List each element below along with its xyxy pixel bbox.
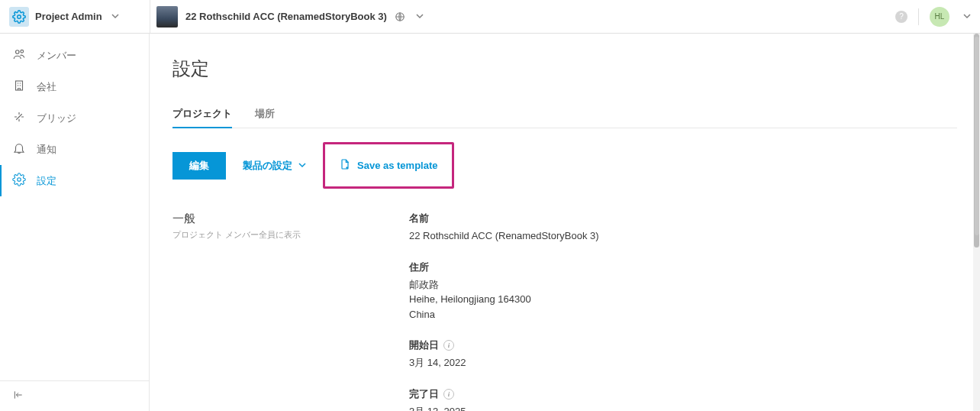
start-date-value: 3月 14, 2022 bbox=[409, 355, 599, 371]
general-section-header: 一般 プロジェクト メンバー全員に表示 bbox=[172, 212, 363, 411]
sidebar-collapse[interactable] bbox=[0, 380, 149, 411]
bell-icon bbox=[12, 141, 26, 157]
field-name: 名前 22 Rothschild ACC (RenamedStoryBook 3… bbox=[409, 212, 599, 244]
sidebar-item-label: 設定 bbox=[37, 174, 56, 188]
project-picker[interactable]: 22 Rothschild ACC (RenamedStoryBook 3) bbox=[150, 0, 424, 33]
field-end-date: 完了日 i 3月 13, 2025 bbox=[409, 387, 599, 412]
company-icon bbox=[12, 79, 26, 95]
save-as-template-label: Save as template bbox=[357, 160, 438, 171]
project-thumbnail bbox=[156, 6, 178, 28]
start-date-label-text: 開始日 bbox=[409, 338, 439, 352]
name-value: 22 Rothschild ACC (RenamedStoryBook 3) bbox=[409, 228, 599, 244]
settings-body: 一般 プロジェクト メンバー全員に表示 名前 22 Rothschild ACC… bbox=[172, 212, 957, 411]
svg-point-5 bbox=[18, 178, 21, 182]
actions-row: 編集 製品の設定 Save as template bbox=[172, 142, 957, 189]
gear-icon bbox=[12, 173, 26, 189]
address-line1: 邮政路 bbox=[409, 277, 599, 293]
members-icon bbox=[12, 47, 26, 63]
project-name: 22 Rothschild ACC (RenamedStoryBook 3) bbox=[185, 11, 387, 22]
tabs: プロジェクト 場所 bbox=[172, 101, 957, 128]
sidebar-item-notifications[interactable]: 通知 bbox=[0, 134, 149, 165]
svg-point-3 bbox=[21, 50, 24, 53]
fields-column: 名前 22 Rothschild ACC (RenamedStoryBook 3… bbox=[409, 212, 599, 411]
sidebar-item-bridge[interactable]: ブリッジ bbox=[0, 102, 149, 134]
sidebar-item-label: 通知 bbox=[37, 143, 56, 157]
sidebar-item-label: メンバー bbox=[37, 49, 76, 63]
info-icon[interactable]: i bbox=[443, 389, 454, 400]
field-address: 住所 邮政路 Heihe, Heilongjiang 164300 China bbox=[409, 261, 599, 322]
bridge-icon bbox=[12, 110, 26, 126]
topbar-right: ? HL bbox=[895, 7, 971, 27]
collapse-icon bbox=[12, 389, 24, 401]
tab-project[interactable]: プロジェクト bbox=[172, 101, 232, 128]
chevron-down-icon bbox=[111, 11, 119, 22]
sidebar-item-label: ブリッジ bbox=[37, 112, 76, 125]
topbar: Project Admin 22 Rothschild ACC (Renamed… bbox=[0, 0, 980, 34]
end-date-value: 3月 13, 2025 bbox=[409, 404, 599, 412]
sidebar-item-label: 会社 bbox=[37, 80, 56, 94]
page-title: 設定 bbox=[172, 57, 957, 81]
sidebar-item-members[interactable]: メンバー bbox=[0, 40, 149, 71]
sidebar-list: メンバー 会社 ブリッジ 通知 bbox=[0, 34, 149, 380]
sidebar-item-settings[interactable]: 設定 bbox=[0, 165, 149, 196]
app-label: Project Admin bbox=[35, 11, 102, 22]
address-value: 邮政路 Heihe, Heilongjiang 164300 China bbox=[409, 277, 599, 322]
content: 設定 プロジェクト 場所 編集 製品の設定 Save as template bbox=[150, 34, 980, 411]
sidebar-item-company[interactable]: 会社 bbox=[0, 71, 149, 102]
info-icon[interactable]: i bbox=[443, 340, 454, 351]
chevron-down-icon bbox=[298, 160, 306, 171]
field-start-date: 開始日 i 3月 14, 2022 bbox=[409, 338, 599, 371]
start-date-label: 開始日 i bbox=[409, 338, 599, 352]
product-settings-button[interactable]: 製品の設定 bbox=[240, 153, 309, 179]
sidebar: メンバー 会社 ブリッジ 通知 bbox=[0, 34, 150, 411]
chevron-down-icon bbox=[416, 11, 424, 22]
highlight-annotation: Save as template bbox=[323, 142, 454, 189]
svg-point-2 bbox=[16, 50, 20, 54]
svg-point-0 bbox=[18, 15, 21, 18]
name-label: 名前 bbox=[409, 212, 599, 225]
end-date-label: 完了日 i bbox=[409, 387, 599, 401]
product-settings-label: 製品の設定 bbox=[243, 159, 292, 173]
save-as-template-button[interactable]: Save as template bbox=[336, 152, 441, 179]
address-line2: Heihe, Heilongjiang 164300 bbox=[409, 292, 599, 307]
main: メンバー 会社 ブリッジ 通知 bbox=[0, 34, 980, 411]
chevron-down-icon[interactable] bbox=[963, 11, 971, 22]
file-plus-icon bbox=[339, 158, 351, 173]
tab-location[interactable]: 場所 bbox=[255, 101, 275, 128]
address-label: 住所 bbox=[409, 261, 599, 274]
window-scrollbar[interactable] bbox=[974, 34, 980, 411]
general-subheading: プロジェクト メンバー全員に表示 bbox=[172, 229, 363, 241]
help-icon[interactable]: ? bbox=[895, 11, 907, 23]
app-switcher[interactable]: Project Admin bbox=[9, 7, 150, 27]
divider bbox=[918, 8, 919, 25]
scrollbar-thumb[interactable] bbox=[975, 37, 979, 235]
project-admin-gear-icon bbox=[9, 7, 29, 27]
end-date-label-text: 完了日 bbox=[409, 387, 439, 401]
address-line3: China bbox=[409, 307, 599, 322]
general-heading: 一般 bbox=[172, 212, 363, 226]
edit-button[interactable]: 編集 bbox=[172, 152, 226, 180]
user-avatar[interactable]: HL bbox=[930, 7, 949, 27]
globe-icon bbox=[395, 11, 405, 22]
